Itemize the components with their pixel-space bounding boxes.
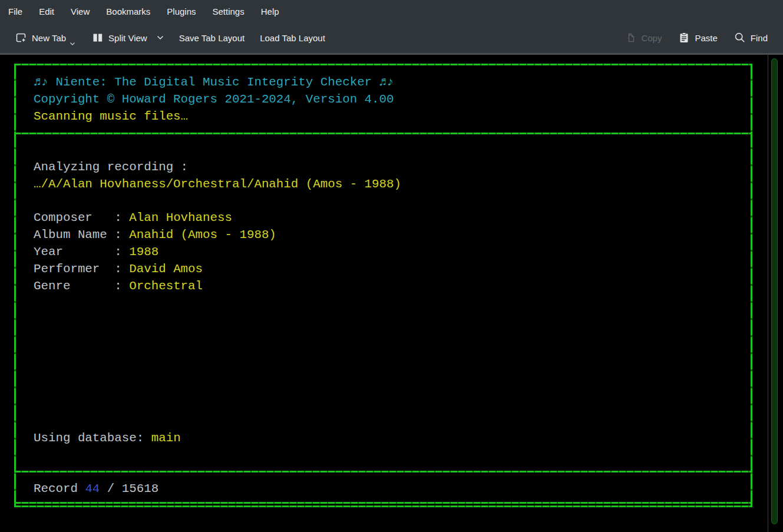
field-composer: Composer : Alan Hovhaness bbox=[34, 209, 232, 226]
tui-statusbar-divider bbox=[14, 471, 752, 472]
field-album-label: Album Name : bbox=[34, 228, 129, 242]
menu-bookmarks[interactable]: Bookmarks bbox=[106, 6, 150, 16]
new-tab-icon bbox=[15, 32, 27, 44]
toolbar-right-group: Copy Paste bbox=[620, 28, 783, 47]
new-tab-button[interactable]: New Tab bbox=[11, 28, 81, 47]
scrollbar-track-divider bbox=[768, 55, 768, 532]
field-album-value: Anahid (Amos - 1988) bbox=[129, 228, 276, 242]
menu-view[interactable]: View bbox=[71, 6, 90, 16]
field-performer-value: David Amos bbox=[129, 262, 203, 276]
split-view-label: Split View bbox=[108, 33, 147, 43]
tui-border-top bbox=[14, 64, 752, 65]
menu-file[interactable]: File bbox=[8, 6, 22, 16]
window-chrome: File Edit View Bookmarks Plugins Setting… bbox=[0, 0, 783, 55]
field-year: Year : 1988 bbox=[34, 243, 158, 260]
database-label: Using database: bbox=[34, 431, 151, 445]
menu-bar: File Edit View Bookmarks Plugins Setting… bbox=[0, 0, 783, 22]
field-genre-label: Genre : bbox=[34, 279, 129, 293]
paste-label: Paste bbox=[695, 33, 717, 43]
field-composer-label: Composer : bbox=[34, 211, 129, 224]
find-button[interactable]: Find bbox=[729, 28, 772, 47]
tui-border-right bbox=[751, 64, 752, 507]
find-label: Find bbox=[751, 33, 768, 43]
copy-label: Copy bbox=[641, 33, 662, 43]
field-performer: Performer : David Amos bbox=[34, 260, 203, 277]
scan-status: Scanning music files… bbox=[34, 108, 188, 125]
field-album: Album Name : Anahid (Amos - 1988) bbox=[34, 226, 276, 243]
record-current: 44 bbox=[85, 482, 100, 495]
menu-settings[interactable]: Settings bbox=[213, 6, 245, 16]
database-line: Using database: main bbox=[34, 429, 181, 447]
split-view-button[interactable]: Split View bbox=[87, 28, 169, 47]
search-icon bbox=[734, 32, 746, 44]
database-value: main bbox=[151, 431, 181, 445]
app-title: ♬♪ Niente: The Digital Music Integrity C… bbox=[34, 74, 394, 91]
load-tab-layout-button[interactable]: Load Tab Layout bbox=[255, 29, 330, 47]
load-tab-layout-label: Load Tab Layout bbox=[260, 33, 325, 43]
field-performer-label: Performer : bbox=[34, 262, 129, 276]
analyzing-label: Analyzing recording : bbox=[34, 158, 188, 176]
field-year-label: Year : bbox=[34, 245, 129, 259]
copy-icon bbox=[625, 32, 636, 44]
record-total: / 15618 bbox=[100, 482, 158, 495]
paste-icon bbox=[678, 32, 690, 44]
record-counter: Record 44 / 15618 bbox=[34, 480, 158, 497]
recording-path: …/A/Alan Hovhaness/Orchestral/Anahid (Am… bbox=[34, 176, 401, 193]
new-tab-chevron-icon[interactable] bbox=[70, 42, 75, 46]
record-label: Record bbox=[34, 482, 85, 495]
scrollbar-thumb[interactable] bbox=[771, 58, 778, 524]
app-copyright: Copyright © Howard Rogers 2021-2024, Ver… bbox=[34, 91, 394, 108]
menu-help[interactable]: Help bbox=[261, 6, 279, 16]
toolbar: New Tab Split View Save Tab La bbox=[0, 22, 783, 53]
menu-plugins[interactable]: Plugins bbox=[167, 6, 196, 16]
toolbar-left-group: New Tab Split View Save Tab La bbox=[0, 28, 330, 47]
new-tab-label: New Tab bbox=[32, 33, 66, 43]
field-year-value: 1988 bbox=[129, 245, 158, 259]
save-tab-layout-button[interactable]: Save Tab Layout bbox=[174, 29, 249, 47]
menu-edit[interactable]: Edit bbox=[39, 6, 54, 16]
save-tab-layout-label: Save Tab Layout bbox=[179, 33, 245, 43]
field-genre: Genre : Orchestral bbox=[34, 277, 203, 295]
tui-border-bottom-outer bbox=[14, 502, 752, 504]
field-composer-value: Alan Hovhaness bbox=[129, 211, 232, 224]
paste-button[interactable]: Paste bbox=[673, 28, 722, 47]
tui-header-divider bbox=[14, 133, 752, 134]
copy-button[interactable]: Copy bbox=[620, 28, 666, 47]
field-genre-value: Orchestral bbox=[129, 279, 203, 293]
tui-border-bottom-inner bbox=[14, 505, 752, 507]
split-view-chevron-icon[interactable] bbox=[157, 35, 164, 40]
tui-border-left bbox=[14, 64, 16, 507]
split-view-icon bbox=[92, 32, 104, 44]
terminal-view[interactable]: ♬♪ Niente: The Digital Music Integrity C… bbox=[0, 55, 783, 532]
